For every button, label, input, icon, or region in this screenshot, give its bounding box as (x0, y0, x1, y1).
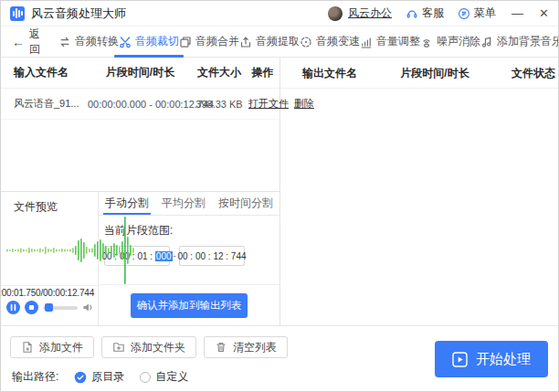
app-window: 风云音频处理大师 风云办公 客服 菜单 — ✕ ← 返回 (0, 0, 559, 392)
waveform[interactable] (4, 216, 135, 285)
player-controls (6, 301, 94, 314)
output-pane: 输出文件名 片段时间/时长 文件状态 操作 (280, 58, 559, 325)
tab-volume-adjust[interactable]: 音量调整 (360, 26, 420, 58)
tab-noise-removal[interactable]: 噪声消除 (420, 26, 480, 58)
tab-time-split[interactable]: 按时间分割 (212, 192, 280, 215)
convert-icon (58, 36, 71, 48)
confirm-add-output-button[interactable]: 确认并添加到输出列表 (131, 293, 248, 318)
radio-checked-icon (74, 371, 87, 384)
toolbar-nav: 音频转换 音频裁切 音频合并 音频提取 (58, 26, 559, 58)
radio-unchecked-icon (140, 372, 151, 383)
back-label: 返回 (29, 26, 40, 58)
slider-handle[interactable] (45, 303, 53, 312)
add-file-button[interactable]: 添加文件 (10, 336, 94, 358)
range-end-input[interactable]: 00 : 00 : 12 : 744 (179, 246, 245, 266)
titlebar: 风云音频处理大师 风云办公 客服 菜单 — ✕ (1, 1, 558, 26)
playback-time: 00:00:01.750/00:00:12.744 (0, 288, 94, 298)
back-button[interactable]: ← 返回 (12, 26, 40, 58)
start-processing-button[interactable]: 开始处理 (435, 341, 548, 377)
menu-label: 菜单 (474, 5, 496, 21)
preview-title: 文件预览 (1, 192, 98, 215)
back-arrow-icon: ← (12, 35, 25, 49)
player-divider (1, 285, 98, 286)
main-area: 输入文件名 片段时间/时长 文件大小 操作 风云语音_91... 00:00:0… (1, 58, 558, 325)
music-note-icon (480, 36, 493, 48)
output-path-label: 输出路径: (12, 369, 58, 385)
volume-icon[interactable] (82, 302, 94, 313)
file-plus-icon (21, 341, 34, 354)
speed-icon (300, 36, 312, 48)
menu-button[interactable]: 菜单 (458, 5, 496, 21)
selected-ms: 000 (155, 251, 173, 261)
file-size: 398.33 KB (193, 99, 246, 110)
file-range: 00:00:00.000 - 00:00:12.744 (88, 99, 193, 110)
progress-slider[interactable] (43, 306, 78, 310)
extract-icon (239, 36, 252, 48)
tab-audio-cut[interactable]: 音频裁切 (119, 26, 179, 58)
app-logo-icon (10, 6, 25, 21)
menu-icon (458, 7, 470, 20)
confirm-zone: 确认并添加到输出列表 (99, 284, 280, 325)
tab-manual-split[interactable]: 手动分割 (99, 192, 155, 215)
input-table-header: 输入文件名 片段时间/时长 文件大小 操作 (1, 58, 280, 89)
merge-icon (179, 36, 192, 48)
user-avatar[interactable] (328, 6, 343, 21)
tab-audio-extract[interactable]: 音频提取 (239, 26, 300, 58)
minimize-button[interactable]: — (512, 7, 523, 19)
input-file-table: 输入文件名 片段时间/时长 文件大小 操作 风云语音_91... 00:00:0… (1, 58, 280, 191)
range-dash: - (173, 249, 176, 262)
tab-add-bgm[interactable]: 添加背景音乐 (480, 26, 559, 58)
file-name: 风云语音_91... (1, 97, 88, 111)
input-pane: 输入文件名 片段时间/时长 文件大小 操作 风云语音_91... 00:00:0… (1, 58, 280, 325)
account-link[interactable]: 风云办公 (348, 5, 392, 21)
support-label: 客服 (422, 5, 444, 21)
volume-bars-icon (360, 36, 373, 48)
tab-audio-merge[interactable]: 音频合并 (179, 26, 239, 58)
file-preview-panel: 文件预览 00:00:01.750/00:00:12.744 (1, 192, 99, 325)
radio-source-dir[interactable]: 原目录 (74, 369, 124, 385)
trash-icon (215, 341, 227, 354)
tab-audio-convert[interactable]: 音频转换 (58, 26, 119, 58)
tab-audio-speed[interactable]: 音频变速 (300, 26, 360, 58)
app-title: 风云音频处理大师 (31, 5, 126, 22)
stop-button[interactable] (25, 301, 38, 314)
folder-plus-icon (112, 341, 125, 354)
denoise-icon (420, 36, 433, 48)
split-tabs: 手动分割 平均分割 按时间分割 (99, 192, 280, 216)
support-button[interactable]: 客服 (406, 5, 444, 21)
clear-list-button[interactable]: 清空列表 (204, 336, 288, 358)
play-icon (452, 352, 468, 367)
output-table-header: 输出文件名 片段时间/时长 文件状态 操作 (280, 58, 559, 89)
table-row: 风云语音_91... 00:00:00.000 - 00:00:12.744 3… (1, 89, 280, 120)
radio-custom-dir[interactable]: 自定义 (140, 369, 188, 385)
close-button[interactable]: ✕ (539, 7, 549, 19)
output-path-row: 输出路径: 原目录 自定义 (12, 369, 188, 385)
add-folder-button[interactable]: 添加文件夹 (101, 336, 196, 358)
toolbar: ← 返回 音频转换 音频裁切 音频合并 (1, 26, 558, 58)
pause-button[interactable] (6, 301, 20, 314)
preview-area: 文件预览 00:00:01.750/00:00:12.744 (1, 191, 280, 325)
scissors-icon (119, 36, 132, 48)
headset-icon (406, 7, 418, 20)
tab-average-split[interactable]: 平均分割 (155, 192, 212, 215)
footer: 添加文件 添加文件夹 清空列表 输出路径: 原目录 (1, 325, 558, 392)
